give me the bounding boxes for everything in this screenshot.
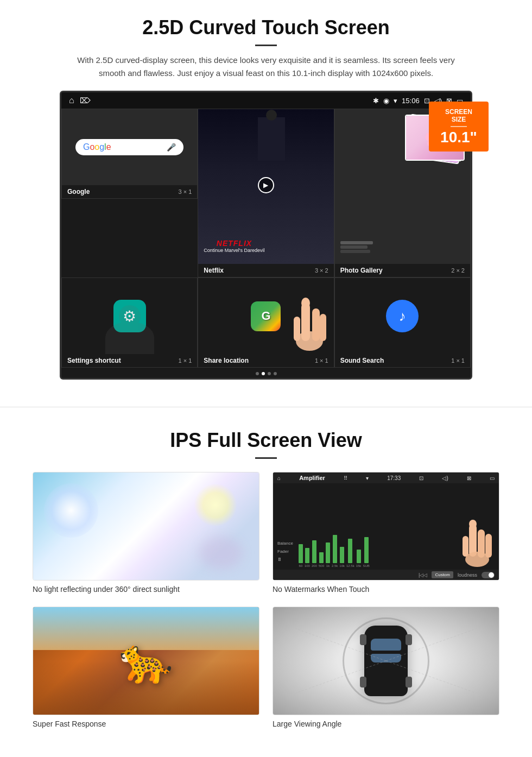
cheetah-bg: 🐆 bbox=[33, 607, 259, 715]
svg-point-11 bbox=[465, 552, 489, 567]
light-reflection bbox=[199, 537, 243, 569]
google-app-name: Google bbox=[67, 188, 90, 195]
title-divider bbox=[255, 45, 277, 46]
badge-divider bbox=[451, 126, 467, 127]
status-time: 15:06 bbox=[402, 97, 420, 105]
screen-size-badge: Screen Size 10.1" bbox=[429, 102, 489, 152]
sound-cell-inner: ♪ bbox=[335, 278, 470, 354]
feature-amplifier: ⌂ Amplifier ⠿ ▾ 17:33 ⊡ ◁) ⊠ ▭ Balance bbox=[273, 472, 499, 594]
car-label: Large Viewing Angle bbox=[273, 720, 499, 728]
sun-ray bbox=[194, 483, 237, 527]
settings-app-size: 1 × 1 bbox=[179, 357, 192, 364]
eq-bar-10 bbox=[364, 537, 369, 563]
dot-2-active bbox=[262, 372, 265, 375]
man-head bbox=[266, 110, 277, 121]
bottom-cards bbox=[340, 241, 373, 253]
status-bar-left: ⌂ ⌦ bbox=[69, 96, 91, 105]
amp-balance-label: Balance bbox=[277, 541, 293, 546]
home-icon[interactable]: ⌂ bbox=[69, 96, 74, 105]
sound-label-row: Sound Search 1 × 1 bbox=[335, 354, 470, 367]
dot-4 bbox=[274, 372, 277, 375]
car-bg bbox=[273, 607, 499, 715]
amp-home-icon: ⌂ bbox=[277, 475, 281, 481]
sound-app-size: 1 × 1 bbox=[451, 357, 465, 364]
settings-bg-figure bbox=[105, 321, 154, 354]
amp-toggle-knob bbox=[489, 572, 494, 578]
eq-bar-6 bbox=[333, 535, 337, 563]
amp-hand bbox=[455, 513, 499, 570]
netflix-app-name: Netflix bbox=[204, 267, 224, 274]
section1-title: 2.5D Curved Touch Screen bbox=[33, 16, 499, 39]
eq-bar-8 bbox=[348, 539, 352, 563]
car-wheel-front-left bbox=[360, 634, 366, 645]
amp-cam: ⊡ bbox=[419, 475, 423, 481]
app-cell-google[interactable]: Google 🎤 Google 3 × 1 bbox=[61, 109, 198, 199]
man-silhouette bbox=[258, 117, 285, 161]
cheetah-emoji: 🐆 bbox=[119, 635, 173, 686]
badge-size: 10.1" bbox=[439, 130, 479, 145]
dot-1 bbox=[256, 372, 259, 375]
section2-title-divider bbox=[255, 457, 277, 459]
bluetooth-icon: ✱ bbox=[373, 97, 379, 105]
car-wheel-rear-left bbox=[360, 677, 366, 687]
svg-rect-6 bbox=[469, 524, 477, 557]
car-wheel-front-right bbox=[406, 634, 412, 645]
netflix-logo-text: NETFLIX bbox=[204, 239, 264, 248]
amp-skip-back[interactable]: |◁◁ bbox=[419, 572, 427, 578]
feature-car: Large Viewing Angle bbox=[273, 607, 499, 728]
share-cell-inner: G bbox=[198, 278, 333, 354]
app-grid-row1: Google 🎤 Google 3 × 1 bbox=[61, 109, 471, 277]
location-icon: ◉ bbox=[383, 97, 389, 105]
amp-toggle[interactable] bbox=[482, 572, 495, 578]
settings-cell-inner: ⚙ bbox=[62, 278, 197, 354]
amp-rect: ▭ bbox=[490, 475, 495, 481]
section2-title: IPS Full Screen View bbox=[33, 429, 499, 452]
amplifier-bg: ⌂ Amplifier ⠿ ▾ 17:33 ⊡ ◁) ⊠ ▭ Balance bbox=[273, 472, 499, 580]
feature-sunlight: No light reflecting under 360° direct su… bbox=[33, 472, 259, 594]
google-cell-inner: Google 🎤 bbox=[62, 109, 197, 185]
settings-label-row: Settings shortcut 1 × 1 bbox=[62, 354, 197, 367]
car-top-view bbox=[364, 626, 408, 696]
amp-time: 17:33 bbox=[387, 475, 401, 481]
app-cell-netflix[interactable]: ▶ NETFLIX Continue Marvel's Daredevil Ne… bbox=[198, 109, 334, 277]
pagination-dots bbox=[61, 368, 471, 378]
netflix-play-button[interactable]: ▶ bbox=[258, 177, 274, 193]
device-screen: ⌂ ⌦ ✱ ◉ ▾ 15:06 ⊡ ◁) ⊠ ▭ bbox=[60, 91, 472, 380]
amplifier-image: ⌂ Amplifier ⠿ ▾ 17:33 ⊡ ◁) ⊠ ▭ Balance bbox=[273, 472, 499, 581]
voice-search-icon[interactable]: 🎤 bbox=[167, 143, 176, 152]
amp-hand-svg bbox=[455, 513, 499, 567]
google-search-bar[interactable]: Google 🎤 bbox=[75, 139, 183, 155]
amp-loudness-label: loudness bbox=[458, 572, 477, 578]
features-grid: No light reflecting under 360° direct su… bbox=[33, 472, 499, 728]
feature-cheetah: 🐆 Super Fast Response bbox=[33, 607, 259, 728]
google-app-size: 3 × 1 bbox=[179, 188, 192, 195]
eq-bar-4 bbox=[319, 552, 324, 563]
settings-bg: ⚙ bbox=[62, 278, 197, 354]
eq-bar-7 bbox=[340, 547, 344, 563]
eq-bar-9 bbox=[357, 550, 361, 563]
share-app-name: Share location bbox=[204, 357, 249, 364]
amp-eq-icon: 🎚 bbox=[277, 557, 293, 562]
amplifier-label: No Watermarks When Touch bbox=[273, 585, 499, 594]
amp-custom-button[interactable]: Custom bbox=[432, 571, 453, 578]
google-logo: Google bbox=[83, 142, 111, 152]
gallery-app-size: 2 × 2 bbox=[451, 267, 465, 274]
amp-wifi: ▾ bbox=[366, 475, 369, 481]
share-label-row: Share location 1 × 1 bbox=[198, 354, 333, 367]
amp-title: Amplifier bbox=[299, 475, 325, 481]
svg-rect-9 bbox=[463, 536, 468, 557]
eq-bar-2 bbox=[305, 548, 309, 563]
app-grid-row2: ⚙ Settings shortcut 1 × 1 bbox=[61, 277, 471, 368]
netflix-app-size: 3 × 2 bbox=[315, 267, 328, 274]
app-cell-settings[interactable]: ⚙ Settings shortcut 1 × 1 bbox=[61, 277, 198, 368]
amp-footer: |◁◁ Custom loudness bbox=[273, 570, 499, 580]
amp-header: ⌂ Amplifier ⠿ ▾ 17:33 ⊡ ◁) ⊠ ▭ bbox=[273, 472, 499, 483]
svg-point-10 bbox=[469, 520, 477, 528]
gallery-label-row: Photo Gallery 2 × 2 bbox=[335, 264, 470, 277]
usb-icon: ⌦ bbox=[80, 96, 91, 105]
app-cell-share[interactable]: G bbox=[198, 277, 334, 368]
amp-dots: ⠿ bbox=[344, 475, 347, 481]
netflix-badge: NETFLIX Continue Marvel's Daredevil bbox=[204, 239, 264, 253]
app-cell-sound[interactable]: ♪ Sound Search 1 × 1 bbox=[334, 277, 471, 368]
sunlight-image bbox=[33, 472, 259, 581]
